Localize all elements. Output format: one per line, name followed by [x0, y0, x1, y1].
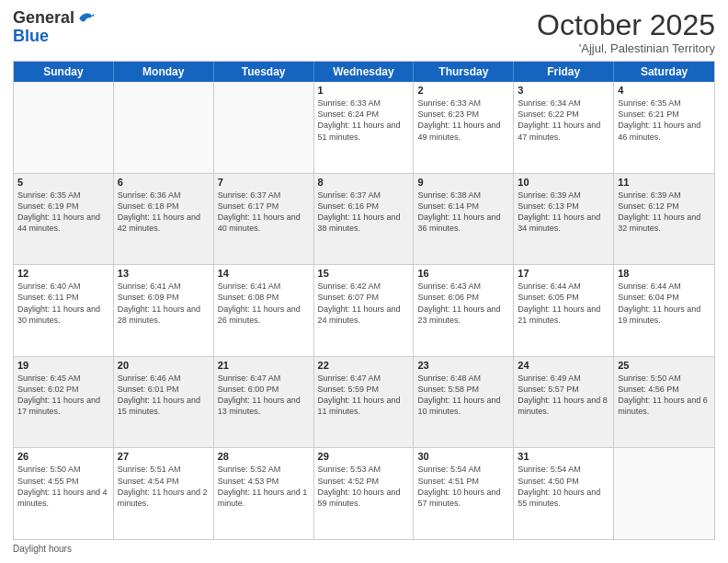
calendar-week: 26Sunrise: 5:50 AMSunset: 4:55 PMDayligh… — [14, 448, 714, 539]
day-number: 14 — [218, 268, 310, 279]
calendar-cell: 8Sunrise: 6:37 AMSunset: 6:16 PMDaylight… — [314, 174, 415, 265]
calendar-week: 5Sunrise: 6:35 AMSunset: 6:19 PMDaylight… — [14, 174, 714, 266]
day-info: Sunrise: 5:50 AMSunset: 4:56 PMDaylight:… — [618, 373, 711, 418]
calendar-cell — [114, 82, 214, 173]
calendar-cell: 9Sunrise: 6:38 AMSunset: 6:14 PMDaylight… — [414, 174, 514, 265]
day-info: Sunrise: 6:48 AMSunset: 5:58 PMDaylight:… — [417, 373, 509, 418]
calendar-cell: 16Sunrise: 6:43 AMSunset: 6:06 PMDayligh… — [414, 265, 514, 356]
logo-bird-icon — [76, 9, 95, 28]
calendar-header: SundayMondayTuesdayWednesdayThursdayFrid… — [14, 62, 714, 82]
logo: General Blue — [13, 9, 95, 46]
calendar-cell: 11Sunrise: 6:39 AMSunset: 6:12 PMDayligh… — [614, 174, 714, 265]
day-number: 29 — [318, 451, 410, 462]
calendar-cell: 23Sunrise: 6:48 AMSunset: 5:58 PMDayligh… — [414, 357, 514, 448]
day-info: Sunrise: 6:36 AMSunset: 6:18 PMDaylight:… — [118, 190, 210, 235]
day-info: Sunrise: 5:53 AMSunset: 4:52 PMDaylight:… — [318, 464, 410, 509]
calendar-cell: 24Sunrise: 6:49 AMSunset: 5:57 PMDayligh… — [514, 357, 614, 448]
day-number: 21 — [218, 360, 310, 371]
calendar-cell: 28Sunrise: 5:52 AMSunset: 4:53 PMDayligh… — [214, 448, 314, 539]
calendar-cell — [14, 82, 114, 173]
day-number: 9 — [417, 177, 509, 188]
day-number: 3 — [518, 85, 609, 96]
day-info: Sunrise: 6:47 AMSunset: 5:59 PMDaylight:… — [318, 373, 410, 418]
day-number: 28 — [218, 451, 310, 462]
day-info: Sunrise: 6:40 AMSunset: 6:11 PMDaylight:… — [17, 281, 109, 326]
day-number: 22 — [318, 360, 410, 371]
day-info: Sunrise: 6:46 AMSunset: 6:01 PMDaylight:… — [118, 373, 210, 418]
day-info: Sunrise: 6:44 AMSunset: 6:05 PMDaylight:… — [518, 281, 609, 326]
location-title: 'Ajjul, Palestinian Territory — [537, 41, 715, 55]
page: General Blue October 2025 'Ajjul, Palest… — [0, 0, 728, 563]
calendar-cell: 31Sunrise: 5:54 AMSunset: 4:50 PMDayligh… — [514, 448, 614, 539]
day-info: Sunrise: 6:49 AMSunset: 5:57 PMDaylight:… — [518, 373, 609, 418]
footer: Daylight hours — [13, 544, 715, 554]
calendar: SundayMondayTuesdayWednesdayThursdayFrid… — [13, 61, 715, 540]
day-number: 26 — [17, 451, 109, 462]
calendar-cell: 3Sunrise: 6:34 AMSunset: 6:22 PMDaylight… — [514, 82, 614, 173]
calendar-cell: 30Sunrise: 5:54 AMSunset: 4:51 PMDayligh… — [414, 448, 514, 539]
calendar-cell: 2Sunrise: 6:33 AMSunset: 6:23 PMDaylight… — [414, 82, 514, 173]
day-number: 7 — [218, 177, 310, 188]
calendar-body: 1Sunrise: 6:33 AMSunset: 6:24 PMDaylight… — [14, 82, 714, 539]
day-info: Sunrise: 6:41 AMSunset: 6:09 PMDaylight:… — [118, 281, 210, 326]
calendar-cell: 17Sunrise: 6:44 AMSunset: 6:05 PMDayligh… — [514, 265, 614, 356]
calendar-cell: 1Sunrise: 6:33 AMSunset: 6:24 PMDaylight… — [314, 82, 415, 173]
day-number: 17 — [518, 268, 609, 279]
calendar-day-header: Friday — [514, 62, 614, 82]
calendar-cell: 6Sunrise: 6:36 AMSunset: 6:18 PMDaylight… — [114, 174, 214, 265]
day-number: 24 — [518, 360, 609, 371]
day-info: Sunrise: 5:51 AMSunset: 4:54 PMDaylight:… — [118, 464, 210, 509]
day-info: Sunrise: 6:39 AMSunset: 6:13 PMDaylight:… — [518, 190, 609, 235]
day-info: Sunrise: 6:45 AMSunset: 6:02 PMDaylight:… — [17, 373, 109, 418]
day-info: Sunrise: 6:38 AMSunset: 6:14 PMDaylight:… — [417, 190, 509, 235]
day-number: 19 — [17, 360, 109, 371]
day-number: 31 — [518, 451, 609, 462]
day-info: Sunrise: 5:54 AMSunset: 4:51 PMDaylight:… — [417, 464, 509, 509]
calendar-cell: 22Sunrise: 6:47 AMSunset: 5:59 PMDayligh… — [314, 357, 415, 448]
day-number: 12 — [17, 268, 109, 279]
calendar-day-header: Thursday — [414, 62, 514, 82]
day-info: Sunrise: 6:33 AMSunset: 6:24 PMDaylight:… — [318, 98, 410, 143]
day-number: 2 — [417, 85, 509, 96]
day-number: 18 — [618, 268, 711, 279]
day-info: Sunrise: 5:52 AMSunset: 4:53 PMDaylight:… — [218, 464, 310, 509]
day-info: Sunrise: 6:33 AMSunset: 6:23 PMDaylight:… — [417, 98, 509, 143]
day-info: Sunrise: 6:47 AMSunset: 6:00 PMDaylight:… — [218, 373, 310, 418]
calendar-day-header: Saturday — [614, 62, 714, 82]
calendar-cell: 14Sunrise: 6:41 AMSunset: 6:08 PMDayligh… — [214, 265, 314, 356]
calendar-cell: 27Sunrise: 5:51 AMSunset: 4:54 PMDayligh… — [114, 448, 214, 539]
logo-general: General — [13, 9, 74, 28]
day-number: 1 — [318, 85, 410, 96]
day-info: Sunrise: 6:37 AMSunset: 6:17 PMDaylight:… — [218, 190, 310, 235]
calendar-cell: 29Sunrise: 5:53 AMSunset: 4:52 PMDayligh… — [314, 448, 415, 539]
day-info: Sunrise: 6:39 AMSunset: 6:12 PMDaylight:… — [618, 190, 711, 235]
day-info: Sunrise: 5:50 AMSunset: 4:55 PMDaylight:… — [17, 464, 109, 509]
calendar-cell: 10Sunrise: 6:39 AMSunset: 6:13 PMDayligh… — [514, 174, 614, 265]
footer-label: Daylight hours — [13, 544, 72, 554]
day-number: 4 — [618, 85, 711, 96]
day-number: 6 — [118, 177, 210, 188]
title-block: October 2025 'Ajjul, Palestinian Territo… — [537, 9, 715, 55]
calendar-day-header: Tuesday — [214, 62, 314, 82]
day-number: 11 — [618, 177, 711, 188]
day-info: Sunrise: 6:35 AMSunset: 6:19 PMDaylight:… — [17, 190, 109, 235]
day-number: 10 — [518, 177, 609, 188]
day-number: 5 — [17, 177, 109, 188]
calendar-cell: 26Sunrise: 5:50 AMSunset: 4:55 PMDayligh… — [14, 448, 114, 539]
calendar-cell: 5Sunrise: 6:35 AMSunset: 6:19 PMDaylight… — [14, 174, 114, 265]
month-title: October 2025 — [537, 9, 715, 41]
calendar-week: 19Sunrise: 6:45 AMSunset: 6:02 PMDayligh… — [14, 357, 714, 449]
day-number: 13 — [118, 268, 210, 279]
calendar-cell — [614, 448, 714, 539]
day-info: Sunrise: 6:41 AMSunset: 6:08 PMDaylight:… — [218, 281, 310, 326]
day-number: 23 — [417, 360, 509, 371]
calendar-day-header: Wednesday — [314, 62, 415, 82]
day-number: 15 — [318, 268, 410, 279]
calendar-cell: 15Sunrise: 6:42 AMSunset: 6:07 PMDayligh… — [314, 265, 415, 356]
calendar-cell: 13Sunrise: 6:41 AMSunset: 6:09 PMDayligh… — [114, 265, 214, 356]
calendar-week: 1Sunrise: 6:33 AMSunset: 6:24 PMDaylight… — [14, 82, 714, 174]
calendar-cell — [214, 82, 314, 173]
calendar-week: 12Sunrise: 6:40 AMSunset: 6:11 PMDayligh… — [14, 265, 714, 357]
calendar-cell: 7Sunrise: 6:37 AMSunset: 6:17 PMDaylight… — [214, 174, 314, 265]
calendar-day-header: Sunday — [14, 62, 114, 82]
